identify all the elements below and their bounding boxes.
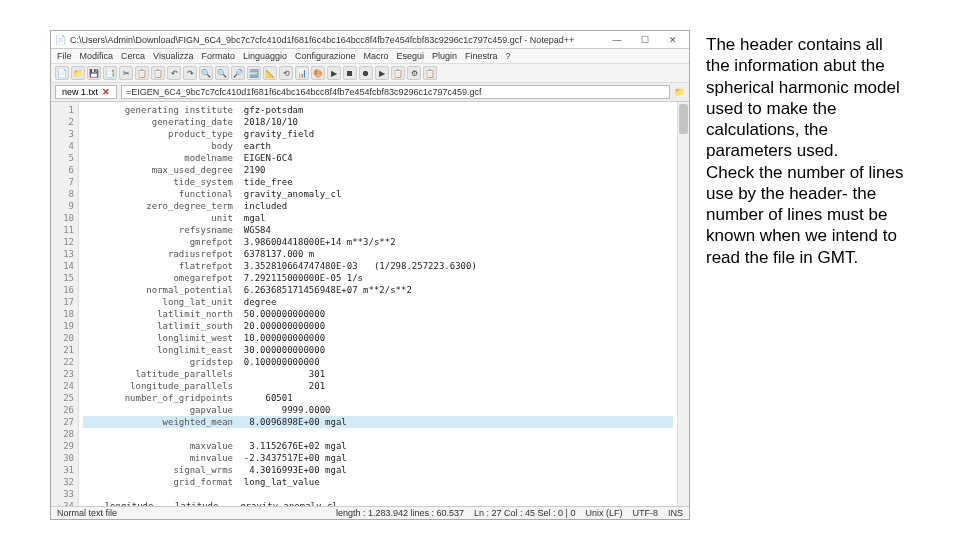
menu-view[interactable]: Visualizza	[153, 51, 193, 61]
toolbar-button-5[interactable]: 📋	[135, 66, 149, 80]
line-number: 12	[51, 236, 74, 248]
path-field[interactable]: =EIGEN_6C4_9bc7c7cfc410d1f681f6c4bc164bc…	[121, 85, 670, 99]
line-number: 33	[51, 488, 74, 500]
folder-icon[interactable]: 📁	[674, 87, 685, 97]
toolbar-button-10[interactable]: 🔍	[215, 66, 229, 80]
toolbar-button-23[interactable]: 📋	[423, 66, 437, 80]
code-line: generating_date 2018/10/10	[83, 117, 298, 127]
menu-search[interactable]: Cerca	[121, 51, 145, 61]
file-tab[interactable]: new 1.txt ✕	[55, 85, 117, 99]
toolbar-button-19[interactable]: ⏺	[359, 66, 373, 80]
line-number: 10	[51, 212, 74, 224]
line-number: 5	[51, 152, 74, 164]
line-number: 31	[51, 464, 74, 476]
menu-run[interactable]: Esegui	[397, 51, 425, 61]
vertical-scrollbar[interactable]	[677, 102, 689, 506]
tab-bar: new 1.txt ✕ =EIGEN_6C4_9bc7c7cfc410d1f68…	[51, 83, 689, 102]
status-length: length : 1.283.942 lines : 60.537	[336, 508, 464, 518]
status-filetype: Normal text file	[57, 508, 117, 518]
line-number: 28	[51, 428, 74, 440]
status-bar: Normal text file length : 1.283.942 line…	[51, 506, 689, 519]
menu-plugin[interactable]: Plugin	[432, 51, 457, 61]
line-number: 11	[51, 224, 74, 236]
line-number: 32	[51, 476, 74, 488]
toolbar-button-9[interactable]: 🔍	[199, 66, 213, 80]
line-number: 13	[51, 248, 74, 260]
toolbar-button-0[interactable]: 📄	[55, 66, 69, 80]
maximize-button[interactable]: ☐	[633, 35, 657, 45]
toolbar-button-15[interactable]: 📊	[295, 66, 309, 80]
menu-format[interactable]: Formato	[201, 51, 235, 61]
code-line: modelname EIGEN-6C4	[83, 153, 293, 163]
line-number: 25	[51, 392, 74, 404]
code-line: grid_format long_lat_value	[83, 477, 320, 487]
menu-bar: File Modifica Cerca Visualizza Formato L…	[51, 49, 689, 64]
toolbar-button-14[interactable]: ⟲	[279, 66, 293, 80]
scrollbar-thumb[interactable]	[679, 104, 688, 134]
toolbar-button-21[interactable]: 📋	[391, 66, 405, 80]
code-line: longitude latitude gravity_anomaly_cl	[83, 501, 338, 506]
line-number: 8	[51, 188, 74, 200]
annotation-p2: Check the number of lines use by the hea…	[706, 162, 906, 268]
line-number: 9	[51, 200, 74, 212]
line-number: 1	[51, 104, 74, 116]
toolbar-button-1[interactable]: 📁	[71, 66, 85, 80]
code-line: gridstep 0.100000000000	[83, 357, 320, 367]
menu-help[interactable]: ?	[506, 51, 511, 61]
code-line: max_used_degree 2190	[83, 165, 266, 175]
line-number: 2	[51, 116, 74, 128]
annotation-p1: The header contains all the information …	[706, 34, 906, 162]
toolbar-button-16[interactable]: 🎨	[311, 66, 325, 80]
line-number: 20	[51, 332, 74, 344]
toolbar-button-18[interactable]: ⏹	[343, 66, 357, 80]
menu-edit[interactable]: Modifica	[80, 51, 114, 61]
menu-settings[interactable]: Configurazione	[295, 51, 356, 61]
menu-macro[interactable]: Macro	[364, 51, 389, 61]
menu-window[interactable]: Finestra	[465, 51, 498, 61]
toolbar-button-13[interactable]: 📐	[263, 66, 277, 80]
code-line: longlimit_east 30.000000000000	[83, 345, 325, 355]
code-line: flatrefpot 3.352810664747480E-03 (1/298.…	[83, 261, 477, 271]
code-line: minvalue -2.3437517E+00 mgal	[83, 453, 347, 463]
code-line: longlimit_west 10.000000000000	[83, 333, 325, 343]
code-line: longitude_parallels 201	[83, 381, 325, 391]
line-number: 22	[51, 356, 74, 368]
line-number: 34	[51, 500, 74, 506]
toolbar-button-20[interactable]: ▶	[375, 66, 389, 80]
close-button[interactable]: ✕	[661, 35, 685, 45]
code-line: unit mgal	[83, 213, 266, 223]
toolbar-button-11[interactable]: 🔎	[231, 66, 245, 80]
line-number: 27	[51, 416, 74, 428]
toolbar-button-3[interactable]: 📑	[103, 66, 117, 80]
toolbar-button-22[interactable]: ⚙	[407, 66, 421, 80]
menu-file[interactable]: File	[57, 51, 72, 61]
line-number: 7	[51, 176, 74, 188]
code-line: weighted_mean 8.0096898E+00 mgal	[83, 416, 673, 428]
toolbar-button-17[interactable]: ▶	[327, 66, 341, 80]
status-position: Ln : 27 Col : 45 Sel : 0 | 0	[474, 508, 575, 518]
toolbar-button-6[interactable]: 📋	[151, 66, 165, 80]
line-number: 21	[51, 344, 74, 356]
toolbar-button-2[interactable]: 💾	[87, 66, 101, 80]
toolbar-button-7[interactable]: ↶	[167, 66, 181, 80]
toolbar-button-12[interactable]: 🔤	[247, 66, 261, 80]
window-title: C:\Users\Admin\Download\FIGN_6C4_9bc7c7c…	[70, 35, 601, 45]
code-line: refsysname WGS84	[83, 225, 271, 235]
tab-close-icon[interactable]: ✕	[102, 87, 110, 97]
menu-language[interactable]: Linguaggio	[243, 51, 287, 61]
line-number: 30	[51, 452, 74, 464]
line-number: 19	[51, 320, 74, 332]
app-icon: 📄	[55, 35, 66, 45]
minimize-button[interactable]: —	[605, 35, 629, 45]
line-number: 24	[51, 380, 74, 392]
code-line: product_type gravity_field	[83, 129, 314, 139]
slide-annotation: The header contains all the information …	[706, 30, 906, 520]
toolbar-button-8[interactable]: ↷	[183, 66, 197, 80]
editor-area: 1234567891011121314151617181920212223242…	[51, 102, 689, 506]
code-line: maxvalue 3.1152676E+02 mgal	[83, 441, 347, 451]
line-number: 17	[51, 296, 74, 308]
text-content[interactable]: generating institute gfz-potsdam generat…	[79, 102, 677, 506]
status-encoding: UTF-8	[632, 508, 658, 518]
toolbar-button-4[interactable]: ✂	[119, 66, 133, 80]
line-number: 26	[51, 404, 74, 416]
